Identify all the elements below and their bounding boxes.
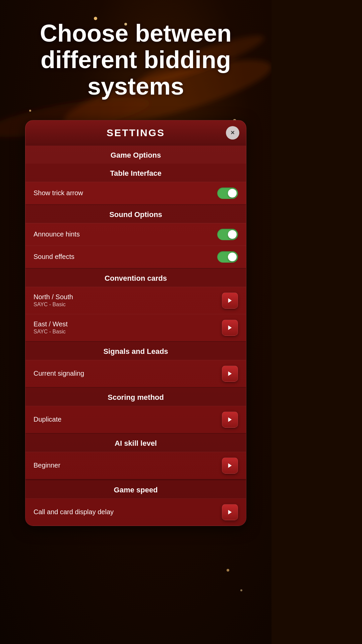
sound-effects-toggle[interactable] [217,251,238,263]
table-interface-group: Table Interface Show trick arrow [25,164,246,205]
ai-skill-level-group: AI skill level Beginner [25,434,246,480]
table-interface-header: Table Interface [25,164,246,182]
play-icon [227,509,233,515]
svg-marker-12 [228,417,232,422]
duplicate-arrow-btn[interactable] [222,412,238,428]
signals-leads-group: Signals and Leads Current signaling [25,342,246,388]
call-card-delay-row: Call and card display delay [25,498,246,526]
east-west-label: East / West [34,320,68,328]
east-west-row: East / West SAYC - Basic [25,314,246,341]
sound-options-header: Sound Options [25,205,246,223]
game-options-header: Game Options [25,146,246,164]
settings-header: SETTINGS × [25,120,246,146]
close-button[interactable]: × [226,126,239,140]
duplicate-label: Duplicate [34,416,61,423]
call-card-delay-arrow-btn[interactable] [222,504,238,520]
current-signaling-row: Current signaling [25,360,246,387]
convention-cards-group: Convention cards North / South SAYC - Ba… [25,269,246,342]
show-trick-arrow-row: Show trick arrow [25,182,246,204]
sound-effects-label: Sound effects [34,253,74,261]
beginner-row: Beginner [25,452,246,479]
north-south-sublabel: SAYC - Basic [34,302,73,308]
announce-hints-toggle[interactable] [217,229,238,240]
svg-marker-14 [228,510,232,515]
scoring-method-header: Scoring method [25,388,246,406]
east-west-arrow-btn[interactable] [222,320,238,336]
game-speed-header: Game speed [25,480,246,498]
sound-options-group: Sound Options Announce hints Sound effec… [25,205,246,269]
svg-marker-9 [228,298,232,303]
play-icon [227,417,233,423]
settings-title: SETTINGS [107,127,165,139]
svg-marker-13 [228,463,232,468]
east-west-labels: East / West SAYC - Basic [34,320,68,335]
game-speed-group: Game speed Call and card display delay [25,480,246,526]
play-icon [227,325,233,331]
sound-effects-row: Sound effects [25,246,246,268]
announce-hints-row: Announce hints [25,223,246,246]
settings-card: SETTINGS × Game Options Table Interface … [25,120,246,526]
svg-marker-11 [228,371,232,376]
svg-marker-10 [228,325,232,330]
north-south-labels: North / South SAYC - Basic [34,293,73,308]
call-card-delay-label: Call and card display delay [34,508,114,516]
current-signaling-label: Current signaling [34,370,84,377]
scoring-method-group: Scoring method Duplicate [25,388,246,434]
north-south-label: North / South [34,293,73,301]
current-signaling-arrow-btn[interactable] [222,366,238,382]
beginner-arrow-btn[interactable] [222,458,238,474]
north-south-arrow-btn[interactable] [222,292,238,309]
hero-title: Choose between different bidding systems [0,20,272,100]
beginner-label: Beginner [34,462,60,469]
ai-skill-level-header: AI skill level [25,434,246,452]
show-trick-arrow-toggle[interactable] [217,187,238,199]
convention-cards-header: Convention cards [25,269,246,287]
show-trick-arrow-label: Show trick arrow [34,189,83,197]
play-icon [227,463,233,469]
north-south-row: North / South SAYC - Basic [25,287,246,314]
east-west-sublabel: SAYC - Basic [34,329,68,335]
signals-leads-header: Signals and Leads [25,342,246,360]
play-icon [227,371,233,377]
play-icon [227,298,233,304]
duplicate-row: Duplicate [25,406,246,433]
announce-hints-label: Announce hints [34,230,80,238]
